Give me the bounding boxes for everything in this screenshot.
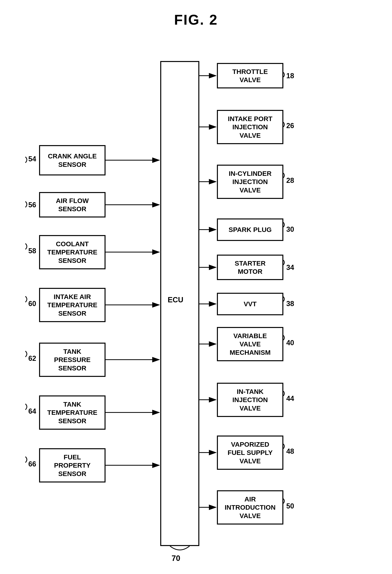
intake-air-temp-sensor-box: INTAKE AIRTEMPERATURESENSOR: [39, 288, 105, 322]
intake-port-injection-valve-box: INTAKE PORTINJECTIONVALVE: [217, 110, 283, 144]
air-introduction-valve-box: AIRINTRODUCTIONVALVE: [217, 490, 283, 525]
air-introduction-valve-ref: 50: [286, 502, 294, 510]
vvt-ref: 38: [286, 300, 294, 308]
diagram: ECU CRANK ANGLESENSOR 54 AIR FLOWSENSOR …: [0, 36, 392, 574]
fuel-property-sensor-box: FUELPROPERTYSENSOR: [39, 448, 105, 482]
tank-pressure-sensor-ref: 62: [28, 354, 36, 363]
vvt-box: VVT: [217, 293, 283, 315]
spark-plug-box: SPARK PLUG: [217, 218, 283, 241]
page-title: FIG. 2: [0, 0, 392, 36]
in-cylinder-injection-valve-box: IN-CYLINDERINJECTIONVALVE: [217, 165, 283, 199]
spark-plug-ref: 30: [286, 225, 294, 233]
vaporized-fuel-supply-valve-ref: 48: [286, 447, 294, 455]
tank-pressure-sensor-box: TANKPRESSURESENSOR: [39, 343, 105, 377]
crank-angle-sensor-box: CRANK ANGLESENSOR: [39, 145, 105, 175]
throttle-valve-ref: 18: [286, 72, 294, 80]
variable-valve-mechanism-box: VARIABLEVALVEMECHANISM: [217, 327, 283, 361]
in-tank-injection-valve-ref: 44: [286, 394, 294, 403]
ecu-label: ECU: [168, 296, 183, 304]
air-flow-sensor-box: AIR FLOWSENSOR: [39, 192, 105, 218]
intake-air-temp-sensor-ref: 60: [28, 300, 36, 308]
ecu-ref: 70: [172, 554, 180, 563]
fuel-property-sensor-ref: 66: [28, 460, 36, 468]
starter-motor-ref: 34: [286, 264, 294, 272]
vaporized-fuel-supply-valve-box: VAPORIZEDFUEL SUPPLYVALVE: [217, 435, 283, 470]
intake-port-injection-valve-ref: 26: [286, 122, 294, 130]
air-flow-sensor-ref: 56: [28, 201, 36, 209]
variable-valve-mechanism-ref: 40: [286, 339, 294, 347]
coolant-temp-sensor-box: COOLANTTEMPERATURESENSOR: [39, 235, 105, 269]
coolant-temp-sensor-ref: 58: [28, 247, 36, 255]
throttle-valve-box: THROTTLEVALVE: [217, 63, 283, 88]
in-tank-injection-valve-box: IN-TANKINJECTIONVALVE: [217, 383, 283, 417]
starter-motor-box: STARTERMOTOR: [217, 255, 283, 280]
tank-temp-sensor-box: TANKTEMPERATURESENSOR: [39, 395, 105, 430]
tank-temp-sensor-ref: 64: [28, 407, 36, 415]
in-cylinder-injection-valve-ref: 28: [286, 176, 294, 184]
crank-angle-sensor-ref: 54: [28, 155, 36, 163]
